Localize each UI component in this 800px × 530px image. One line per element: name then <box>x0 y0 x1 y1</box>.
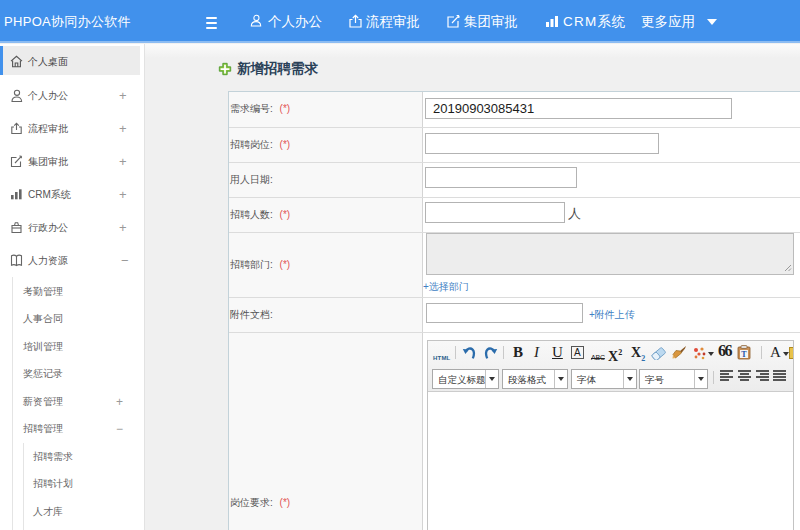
svg-text:T: T <box>741 350 747 359</box>
